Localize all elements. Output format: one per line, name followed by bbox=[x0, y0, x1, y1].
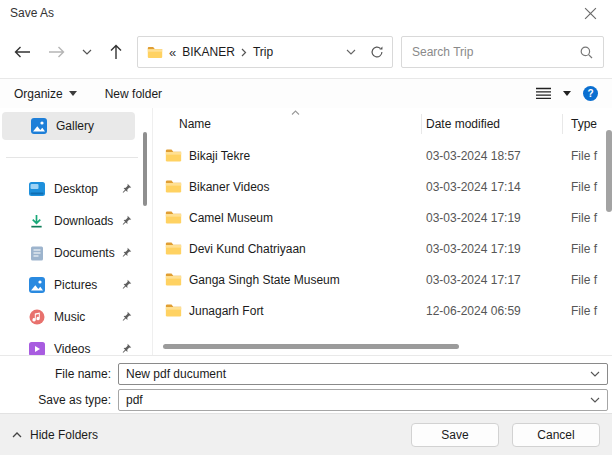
save-button[interactable]: Save bbox=[411, 423, 499, 447]
pin-icon bbox=[121, 279, 132, 290]
pin-icon bbox=[121, 215, 132, 226]
pictures-icon bbox=[28, 277, 45, 293]
sidebar-item-label: Pictures bbox=[54, 278, 97, 292]
folder-icon bbox=[165, 241, 182, 257]
sidebar-item-label: Videos bbox=[54, 342, 90, 355]
file-date-modified: 12-06-2024 06:59 bbox=[422, 304, 563, 318]
downloads-icon bbox=[28, 213, 45, 229]
breadcrumb-root[interactable]: BIKANER bbox=[182, 45, 235, 59]
view-dropdown-chevron-icon[interactable] bbox=[563, 91, 571, 96]
pin-icon bbox=[121, 311, 132, 322]
hide-folders-button[interactable]: Hide Folders bbox=[12, 428, 98, 442]
address-dropdown-chevron-icon[interactable] bbox=[346, 49, 356, 55]
close-icon[interactable] bbox=[582, 5, 598, 21]
file-name: Bikaner Videos bbox=[189, 180, 270, 194]
search-input[interactable] bbox=[412, 45, 580, 59]
music-icon bbox=[28, 309, 45, 325]
sort-ascending-icon[interactable] bbox=[291, 110, 300, 115]
forward-icon[interactable] bbox=[48, 45, 65, 59]
refresh-icon[interactable] bbox=[370, 45, 384, 59]
file-name: Ganga Singh State Museum bbox=[189, 273, 340, 287]
sidebar-item-label: Music bbox=[54, 310, 85, 324]
sidebar: Gallery Desktop Downloads bbox=[0, 108, 152, 355]
view-list-icon[interactable] bbox=[536, 87, 551, 100]
folder-icon bbox=[165, 210, 182, 226]
table-row[interactable]: Camel Museum 03-03-2024 17:19 File f bbox=[153, 202, 612, 233]
column-header-type[interactable]: Type bbox=[563, 114, 612, 134]
file-type: File f bbox=[563, 304, 612, 318]
sidebar-item[interactable]: Desktop bbox=[0, 173, 152, 205]
breadcrumb-separator-icon bbox=[241, 48, 247, 57]
save-as-type-label: Save as type: bbox=[0, 393, 118, 407]
file-type: File f bbox=[563, 211, 612, 225]
sidebar-item-gallery[interactable]: Gallery bbox=[2, 112, 135, 140]
filename-panel: File name: Save as type: pdf bbox=[0, 355, 612, 413]
column-header-name[interactable]: Name bbox=[165, 114, 422, 134]
recent-locations-chevron-icon[interactable] bbox=[82, 49, 92, 55]
sidebar-item-label: Documents bbox=[54, 246, 115, 260]
hide-folders-label: Hide Folders bbox=[30, 428, 98, 442]
documents-icon bbox=[28, 245, 45, 261]
file-name-label: File name: bbox=[0, 367, 118, 381]
sidebar-item-label: Gallery bbox=[56, 119, 94, 133]
sidebar-item[interactable]: Pictures bbox=[0, 269, 152, 301]
save-as-type-select[interactable]: pdf bbox=[118, 389, 608, 411]
dialog-footer: Hide Folders Save Cancel bbox=[0, 413, 612, 455]
folder-icon bbox=[165, 148, 182, 164]
column-header-date-modified[interactable]: Date modified bbox=[422, 114, 563, 134]
sidebar-item[interactable]: Downloads bbox=[0, 205, 152, 237]
folder-icon bbox=[165, 179, 182, 195]
desktop-icon bbox=[28, 181, 45, 197]
back-icon[interactable] bbox=[14, 45, 31, 59]
window-title: Save As bbox=[10, 6, 54, 20]
table-row[interactable]: Bikaner Videos 03-03-2024 17:14 File f bbox=[153, 171, 612, 202]
sidebar-item[interactable]: Videos bbox=[0, 333, 152, 355]
search-box[interactable] bbox=[401, 36, 604, 68]
command-toolbar: Organize New folder ? bbox=[0, 78, 612, 108]
save-as-type-dropdown-chevron-icon[interactable] bbox=[590, 397, 600, 403]
search-icon[interactable] bbox=[580, 46, 593, 59]
help-icon[interactable]: ? bbox=[583, 86, 598, 101]
file-type: File f bbox=[563, 273, 612, 287]
table-row[interactable]: Junagarh Fort 12-06-2024 06:59 File f bbox=[153, 295, 612, 326]
folder-icon bbox=[146, 44, 163, 60]
file-date-modified: 03-03-2024 17:17 bbox=[422, 273, 563, 287]
cancel-button[interactable]: Cancel bbox=[512, 423, 600, 447]
file-name: Junagarh Fort bbox=[189, 304, 264, 318]
address-bar[interactable]: « BIKANER Trip bbox=[137, 36, 393, 68]
sidebar-item[interactable]: Music bbox=[0, 301, 152, 333]
new-folder-button[interactable]: New folder bbox=[105, 87, 162, 101]
file-date-modified: 03-03-2024 17:19 bbox=[422, 242, 563, 256]
save-as-type-value: pdf bbox=[119, 393, 607, 407]
pin-icon bbox=[121, 247, 132, 258]
breadcrumb-overflow[interactable]: « bbox=[169, 45, 176, 60]
folder-icon bbox=[165, 303, 182, 319]
table-row[interactable]: Ganga Singh State Museum 03-03-2024 17:1… bbox=[153, 264, 612, 295]
chevron-up-icon bbox=[12, 432, 22, 438]
sidebar-item-label: Desktop bbox=[54, 182, 98, 196]
new-folder-label: New folder bbox=[105, 87, 162, 101]
list-vertical-scrollbar-thumb[interactable] bbox=[606, 130, 612, 212]
save-as-dialog: Save As « BIKANER bbox=[0, 0, 612, 455]
file-name-dropdown-chevron-icon[interactable] bbox=[590, 371, 600, 377]
file-name-combo[interactable] bbox=[118, 363, 608, 385]
pin-icon bbox=[121, 183, 132, 194]
file-name-input[interactable] bbox=[119, 367, 607, 381]
navigation-bar: « BIKANER Trip bbox=[0, 26, 612, 78]
list-horizontal-scrollbar-thumb[interactable] bbox=[163, 344, 459, 349]
file-date-modified: 03-03-2024 17:14 bbox=[422, 180, 563, 194]
breadcrumb-current[interactable]: Trip bbox=[253, 45, 273, 59]
file-date-modified: 03-03-2024 18:57 bbox=[422, 149, 563, 163]
table-row[interactable]: Devi Kund Chatriyaan 03-03-2024 17:19 Fi… bbox=[153, 233, 612, 264]
sidebar-scrollbar-thumb[interactable] bbox=[143, 132, 147, 206]
table-row[interactable]: Bikaji Tekre 03-03-2024 18:57 File f bbox=[153, 140, 612, 171]
file-date-modified: 03-03-2024 17:19 bbox=[422, 211, 563, 225]
up-icon[interactable] bbox=[109, 44, 123, 60]
title-bar: Save As bbox=[0, 0, 612, 26]
pin-icon bbox=[121, 343, 132, 354]
file-name: Camel Museum bbox=[189, 211, 273, 225]
organize-button[interactable]: Organize bbox=[14, 87, 77, 101]
sidebar-item[interactable]: Documents bbox=[0, 237, 152, 269]
list-header: Name Date modified Type bbox=[153, 108, 612, 140]
organize-dropdown-icon bbox=[69, 91, 77, 96]
